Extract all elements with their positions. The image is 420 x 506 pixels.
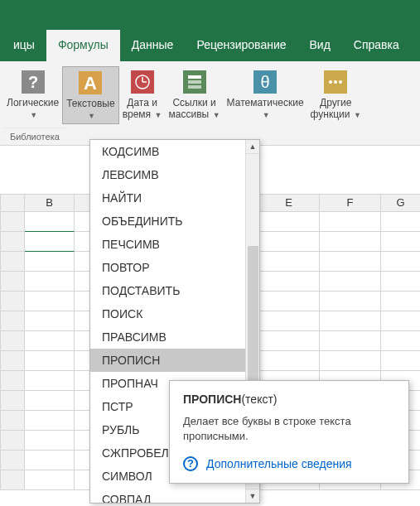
- text-functions-button[interactable]: A Текстовые▼: [62, 66, 118, 124]
- math-label: Математические: [227, 97, 304, 108]
- logical-button[interactable]: ? Логические▼: [3, 66, 62, 123]
- tab-view[interactable]: Вид: [298, 30, 342, 61]
- dropdown-item[interactable]: ЛЕВСИМВ: [90, 163, 259, 186]
- row-header[interactable]: [0, 272, 25, 292]
- cell[interactable]: [320, 311, 381, 331]
- cell[interactable]: [320, 331, 381, 351]
- ribbon-group-label: Библиотека: [3, 128, 66, 143]
- row-header[interactable]: [0, 212, 25, 232]
- cell[interactable]: [25, 212, 75, 232]
- datetime-label-2: время: [123, 108, 151, 120]
- cell[interactable]: [381, 272, 420, 292]
- row-header[interactable]: [0, 451, 25, 470]
- cell[interactable]: [25, 431, 75, 451]
- cell[interactable]: [320, 292, 381, 311]
- cell[interactable]: [25, 391, 75, 411]
- select-all-corner[interactable]: [0, 194, 25, 212]
- chevron-down-icon: ▼: [152, 111, 162, 119]
- tab-review[interactable]: Рецензирование: [185, 30, 297, 61]
- svg-text:A: A: [84, 73, 97, 94]
- cell[interactable]: [381, 292, 420, 311]
- row-header[interactable]: [0, 351, 25, 371]
- col-header-b[interactable]: B: [25, 194, 75, 212]
- cell[interactable]: [258, 232, 320, 252]
- row-header[interactable]: [0, 311, 25, 331]
- dropdown-item[interactable]: КОДСИМВ: [90, 140, 259, 163]
- col-header-g[interactable]: G: [381, 194, 420, 212]
- tab-data[interactable]: Данные: [120, 30, 186, 61]
- cell[interactable]: [258, 351, 320, 371]
- svg-point-15: [329, 80, 332, 84]
- dropdown-item[interactable]: ОБЪЕДИНИТЬ: [90, 210, 259, 233]
- cell[interactable]: [381, 252, 420, 272]
- dropdown-item[interactable]: ПОВТОР: [90, 256, 259, 279]
- row-header[interactable]: [0, 470, 25, 490]
- cell[interactable]: [25, 232, 75, 252]
- chevron-down-icon: ▼: [30, 111, 37, 119]
- cell[interactable]: [25, 311, 75, 331]
- row-header[interactable]: [0, 292, 25, 311]
- cell[interactable]: [258, 292, 320, 311]
- cell[interactable]: [258, 212, 320, 232]
- tab-formulas[interactable]: Формулы: [46, 30, 120, 61]
- dropdown-item[interactable]: ПОИСК: [90, 302, 259, 325]
- cell[interactable]: [25, 351, 75, 371]
- cell[interactable]: [25, 272, 75, 292]
- tab-help[interactable]: Справка: [342, 30, 411, 61]
- col-header-e[interactable]: E: [258, 194, 320, 212]
- cell[interactable]: [320, 212, 381, 232]
- dropdown-item[interactable]: ПРАВСИМВ: [90, 325, 259, 349]
- scroll-down-button[interactable]: ▼: [246, 489, 259, 503]
- svg-rect-10: [188, 80, 201, 84]
- cell[interactable]: [258, 311, 320, 331]
- row-header[interactable]: [0, 431, 25, 451]
- cell[interactable]: [25, 371, 75, 391]
- scroll-up-button[interactable]: ▲: [246, 140, 259, 154]
- more-functions-button[interactable]: Другиефункции ▼: [307, 66, 364, 123]
- cell[interactable]: [381, 212, 420, 232]
- cell[interactable]: [25, 451, 75, 470]
- ribbon-tabstrip: ицы Формулы Данные Рецензирование Вид Сп…: [0, 25, 420, 61]
- cell[interactable]: [25, 292, 75, 311]
- row-header[interactable]: [0, 411, 25, 431]
- cell[interactable]: [25, 411, 75, 431]
- cell[interactable]: [381, 311, 420, 331]
- row-header[interactable]: [0, 331, 25, 351]
- cell[interactable]: [381, 232, 420, 252]
- dropdown-item[interactable]: НАЙТИ: [90, 186, 259, 210]
- cell[interactable]: [25, 470, 75, 490]
- tab-partial[interactable]: ицы: [2, 30, 46, 61]
- row-header[interactable]: [0, 232, 25, 252]
- dropdown-item[interactable]: СОВПАД: [90, 488, 259, 503]
- cell[interactable]: [320, 232, 381, 252]
- lookup-button[interactable]: Ссылки имассивы ▼: [166, 66, 224, 123]
- cell[interactable]: [381, 331, 420, 351]
- more-label-2: функции: [311, 108, 350, 120]
- dropdown-item[interactable]: ПЕЧСИМВ: [90, 233, 259, 256]
- cell[interactable]: [25, 331, 75, 351]
- math-button[interactable]: θ Математические▼: [224, 66, 307, 123]
- tooltip-help-link[interactable]: ? Дополнительные сведения: [183, 456, 395, 471]
- cell[interactable]: [320, 272, 381, 292]
- row-header[interactable]: [0, 371, 25, 391]
- cell[interactable]: [258, 252, 320, 272]
- cell[interactable]: [320, 351, 381, 371]
- svg-text:?: ?: [27, 73, 37, 91]
- cell[interactable]: [258, 331, 320, 351]
- logical-label: Логические: [7, 97, 59, 108]
- cell[interactable]: [258, 272, 320, 292]
- dropdown-item[interactable]: ПРОПИСН: [90, 349, 259, 372]
- cell[interactable]: [381, 351, 420, 371]
- row-header[interactable]: [0, 252, 25, 272]
- dropdown-item[interactable]: ПОДСТАВИТЬ: [90, 279, 259, 302]
- tooltip-description: Делает все буквы в строке текста прописн…: [183, 414, 395, 443]
- more-label-1: Другие: [320, 97, 351, 108]
- datetime-button[interactable]: Дата ивремя ▼: [119, 66, 166, 123]
- function-tooltip: ПРОПИСН(текст) Делает все буквы в строке…: [169, 380, 409, 484]
- col-header-f[interactable]: F: [320, 194, 381, 212]
- text-a-icon: A: [76, 69, 104, 97]
- lookup-label-1: Ссылки и: [172, 97, 215, 108]
- cell[interactable]: [25, 252, 75, 272]
- cell[interactable]: [320, 252, 381, 272]
- row-header[interactable]: [0, 391, 25, 411]
